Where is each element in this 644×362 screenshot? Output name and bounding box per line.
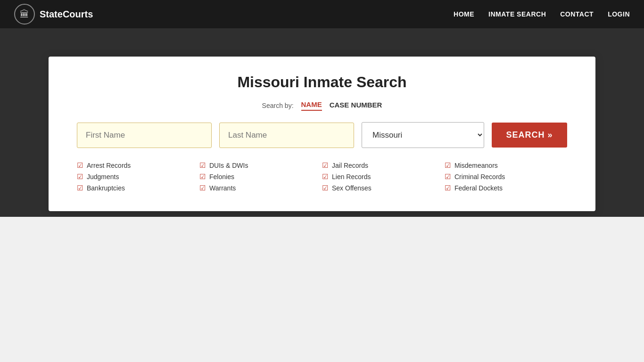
checkbox-label: Judgments	[87, 173, 119, 181]
header: 🏛 StateCourts HOME INMATE SEARCH CONTACT…	[0, 0, 644, 28]
search-by-label: Search by:	[262, 102, 294, 109]
checkbox-sex-offenses: ☑ Sex Offenses	[322, 184, 445, 192]
logo[interactable]: 🏛 StateCourts	[14, 4, 93, 25]
first-name-input[interactable]	[77, 123, 212, 148]
checkbox-arrest-records: ☑ Arrest Records	[77, 161, 199, 170]
checkbox-label: Jail Records	[332, 162, 368, 169]
tab-name[interactable]: NAME	[301, 100, 322, 111]
main-nav: HOME INMATE SEARCH CONTACT LOGIN	[454, 10, 630, 18]
checkbox-icon: ☑	[199, 173, 206, 181]
checkboxes-grid: ☑ Arrest Records ☑ DUIs & DWIs ☑ Jail Re…	[77, 161, 567, 192]
checkbox-duis-dwis: ☑ DUIs & DWIs	[199, 161, 322, 170]
checkbox-judgments: ☑ Judgments	[77, 173, 199, 181]
checkbox-label: DUIs & DWIs	[209, 162, 248, 169]
checkbox-federal-dockets: ☑ Federal Dockets	[445, 184, 567, 192]
checkbox-label: Sex Offenses	[332, 184, 372, 192]
hero-section: COURTHOUSE Missouri Inmate Search Search…	[0, 28, 644, 217]
checkbox-icon: ☑	[445, 161, 451, 170]
checkbox-icon: ☑	[322, 161, 328, 170]
nav-inmate-search[interactable]: INMATE SEARCH	[488, 10, 546, 18]
checkbox-icon: ☑	[445, 184, 451, 192]
checkbox-label: Lien Records	[332, 173, 371, 181]
search-inputs-row: Missouri AlabamaAlaskaArizonaArkansas Ca…	[77, 122, 567, 148]
checkbox-icon: ☑	[322, 173, 328, 181]
checkbox-felonies: ☑ Felonies	[199, 173, 322, 181]
checkbox-criminal-records: ☑ Criminal Records	[445, 173, 567, 181]
last-name-input[interactable]	[219, 123, 354, 148]
checkbox-label: Bankruptcies	[87, 184, 125, 192]
checkbox-icon: ☑	[77, 161, 83, 170]
search-title: Missouri Inmate Search	[77, 74, 567, 91]
tab-case-number[interactable]: CASE NUMBER	[330, 101, 382, 110]
checkbox-icon: ☑	[445, 173, 451, 181]
search-card: Missouri Inmate Search Search by: NAME C…	[49, 57, 595, 211]
search-button[interactable]: SEARCH »	[492, 123, 567, 148]
checkbox-label: Federal Dockets	[454, 184, 503, 192]
checkbox-misdemeanors: ☑ Misdemeanors	[445, 161, 567, 170]
checkbox-label: Arrest Records	[87, 162, 131, 169]
checkbox-icon: ☑	[77, 184, 83, 192]
checkbox-jail-records: ☑ Jail Records	[322, 161, 445, 170]
checkbox-label: Misdemeanors	[454, 162, 498, 169]
checkbox-label: Felonies	[209, 173, 234, 181]
search-by-row: Search by: NAME CASE NUMBER	[77, 100, 567, 111]
logo-icon: 🏛	[14, 4, 35, 25]
state-select[interactable]: Missouri AlabamaAlaskaArizonaArkansas Ca…	[362, 122, 484, 148]
checkbox-icon: ☑	[199, 184, 206, 192]
checkbox-icon: ☑	[77, 173, 83, 181]
checkbox-icon: ☑	[322, 184, 328, 192]
checkbox-bankruptcies: ☑ Bankruptcies	[77, 184, 199, 192]
checkbox-label: Warrants	[209, 184, 236, 192]
checkbox-lien-records: ☑ Lien Records	[322, 173, 445, 181]
checkbox-warrants: ☑ Warrants	[199, 184, 322, 192]
nav-list: HOME INMATE SEARCH CONTACT LOGIN	[454, 10, 630, 18]
nav-login[interactable]: LOGIN	[608, 10, 630, 18]
logo-text: StateCourts	[40, 9, 93, 20]
checkbox-label: Criminal Records	[454, 173, 505, 181]
nav-home[interactable]: HOME	[454, 10, 474, 18]
nav-contact[interactable]: CONTACT	[560, 10, 594, 18]
checkbox-icon: ☑	[199, 161, 206, 170]
